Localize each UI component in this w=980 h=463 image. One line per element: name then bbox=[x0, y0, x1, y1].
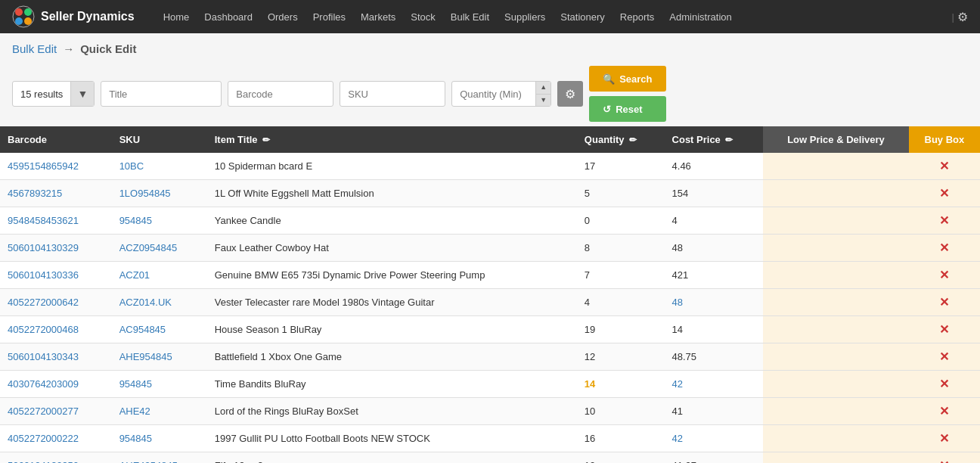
sku-link[interactable]: 10BC bbox=[119, 160, 144, 172]
barcode-link[interactable]: 4567893215 bbox=[8, 188, 62, 199]
brand: Seller Dynamics bbox=[12, 5, 135, 28]
sku-link[interactable]: ACZ01 bbox=[119, 269, 150, 281]
cell-quantity: 14 bbox=[577, 371, 665, 398]
barcode-link[interactable]: 4595154865942 bbox=[8, 160, 79, 172]
nav-link-profiles[interactable]: Profiles bbox=[307, 8, 352, 26]
barcode-link[interactable]: 4030764203009 bbox=[8, 378, 79, 390]
nav-link-bulk-edit[interactable]: Bulk Edit bbox=[445, 8, 495, 26]
cell-cost-price: 48 bbox=[665, 235, 764, 262]
sku-link[interactable]: 1LO954845 bbox=[119, 188, 171, 199]
qty-arrows: ▲ ▼ bbox=[535, 82, 550, 106]
nav-divider: | bbox=[952, 11, 954, 23]
cell-buy-box: ✕ bbox=[909, 425, 980, 452]
barcode-link[interactable]: 9548458453621 bbox=[8, 215, 79, 226]
buy-box-x-icon[interactable]: ✕ bbox=[939, 405, 949, 418]
cost-price-value: 14 bbox=[672, 324, 683, 335]
title-input[interactable] bbox=[101, 81, 222, 107]
reset-button[interactable]: ↺ Reset bbox=[589, 96, 665, 122]
svg-point-3 bbox=[15, 17, 23, 25]
buy-box-x-icon[interactable]: ✕ bbox=[939, 296, 949, 309]
cell-cost-price: 421 bbox=[665, 262, 764, 289]
barcode-link[interactable]: 5060104130336 bbox=[8, 269, 79, 281]
cell-barcode: 4052272000277 bbox=[0, 398, 112, 425]
cell-low-price-delivery bbox=[763, 180, 908, 207]
sku-link[interactable]: 954845 bbox=[119, 215, 152, 226]
filter-gear-btn[interactable]: ⚙ bbox=[557, 81, 583, 107]
gear-icon[interactable]: ⚙ bbox=[957, 10, 968, 24]
cell-barcode: 4052272000222 bbox=[0, 425, 112, 452]
nav-link-home[interactable]: Home bbox=[157, 8, 196, 26]
quantity-value: 7 bbox=[585, 269, 590, 281]
cost-price-value: 42 bbox=[672, 378, 683, 390]
cell-low-price-delivery bbox=[763, 343, 908, 371]
buy-box-x-icon[interactable]: ✕ bbox=[939, 269, 949, 281]
buy-box-x-icon[interactable]: ✕ bbox=[939, 459, 949, 463]
cell-sku: 10BC bbox=[112, 153, 207, 180]
results-dropdown-btn[interactable]: ▼ bbox=[70, 82, 94, 106]
cell-low-price-delivery bbox=[763, 289, 908, 316]
nav-link-reports[interactable]: Reports bbox=[614, 8, 661, 26]
nav-link-administration[interactable]: Administration bbox=[663, 8, 737, 26]
sku-link[interactable]: AHE954845 bbox=[119, 351, 172, 362]
table-wrapper: Barcode SKU Item Title ✏ Quantity ✏ Cost… bbox=[0, 126, 980, 463]
nav-link-dashboard[interactable]: Dashboard bbox=[198, 8, 259, 26]
sku-link[interactable]: AHE42 bbox=[119, 406, 150, 417]
barcode-link[interactable]: 5060104130350 bbox=[8, 460, 79, 463]
quantity-value: 4 bbox=[585, 297, 590, 308]
table-row: 40522720002229548451997 Gullit PU Lotto … bbox=[0, 425, 980, 452]
buy-box-x-icon[interactable]: ✕ bbox=[939, 187, 949, 200]
sku-link[interactable]: AC954845 bbox=[119, 324, 166, 335]
barcode-link[interactable]: 4052272000277 bbox=[8, 406, 79, 417]
barcode-link[interactable]: 4052272000222 bbox=[8, 433, 79, 444]
sku-input[interactable] bbox=[340, 81, 445, 107]
nav-link-suppliers[interactable]: Suppliers bbox=[498, 8, 551, 26]
cost-price-value: 48 bbox=[672, 297, 683, 308]
sku-link[interactable]: AHE4954845 bbox=[119, 460, 178, 463]
barcode-link[interactable]: 4052272000642 bbox=[8, 297, 79, 308]
nav-link-stock[interactable]: Stock bbox=[405, 8, 442, 26]
cell-buy-box: ✕ bbox=[909, 207, 980, 235]
cell-sku: 1LO954845 bbox=[112, 180, 207, 207]
cell-title: 1L Off White Eggshell Matt Emulsion bbox=[207, 180, 577, 207]
barcode-input[interactable] bbox=[228, 81, 333, 107]
cell-sku: 954845 bbox=[112, 207, 207, 235]
buy-box-x-icon[interactable]: ✕ bbox=[939, 378, 949, 390]
sku-link[interactable]: 954845 bbox=[119, 433, 152, 444]
cell-title: Faux Leather Cowboy Hat bbox=[207, 235, 577, 262]
buy-box-x-icon[interactable]: ✕ bbox=[939, 323, 949, 336]
barcode-link[interactable]: 4052272000468 bbox=[8, 324, 79, 335]
cost-price-edit-icon[interactable]: ✏ bbox=[725, 135, 733, 145]
qty-down-btn[interactable]: ▼ bbox=[536, 95, 550, 107]
quantity-value: 8 bbox=[585, 242, 590, 253]
qty-up-btn[interactable]: ▲ bbox=[536, 82, 550, 95]
sku-link[interactable]: ACZ0954845 bbox=[119, 242, 178, 253]
search-button[interactable]: 🔍 Search bbox=[589, 66, 665, 92]
buy-box-x-icon[interactable]: ✕ bbox=[939, 241, 949, 254]
barcode-link[interactable]: 5060104130343 bbox=[8, 351, 79, 362]
nav-link-orders[interactable]: Orders bbox=[262, 8, 304, 26]
item-title-edit-icon[interactable]: ✏ bbox=[262, 135, 270, 145]
quantity-edit-icon[interactable]: ✏ bbox=[629, 135, 637, 145]
sku-link[interactable]: ACZ014.UK bbox=[119, 297, 172, 308]
table-row: 5060104130336ACZ01Genuine BMW E65 735i D… bbox=[0, 262, 980, 289]
breadcrumb-parent[interactable]: Bulk Edit bbox=[12, 42, 57, 55]
cell-buy-box: ✕ bbox=[909, 452, 980, 464]
breadcrumb-current: Quick Edit bbox=[80, 42, 136, 55]
quantity-min-input[interactable] bbox=[452, 89, 535, 100]
breadcrumb: Bulk Edit → Quick Edit bbox=[0, 33, 980, 61]
nav-link-stationery[interactable]: Stationery bbox=[554, 8, 611, 26]
col-low-price-delivery: Low Price & Delivery bbox=[763, 126, 908, 153]
cell-barcode: 5060104130336 bbox=[0, 262, 112, 289]
buy-box-x-icon[interactable]: ✕ bbox=[939, 432, 949, 445]
buy-box-x-icon[interactable]: ✕ bbox=[939, 350, 949, 363]
sku-link[interactable]: 954845 bbox=[119, 378, 152, 390]
buy-box-x-icon[interactable]: ✕ bbox=[939, 160, 949, 172]
cell-low-price-delivery bbox=[763, 371, 908, 398]
barcode-link[interactable]: 5060104130329 bbox=[8, 242, 79, 253]
buy-box-x-icon[interactable]: ✕ bbox=[939, 214, 949, 227]
cost-price-value: 421 bbox=[672, 269, 689, 281]
nav-link-markets[interactable]: Markets bbox=[355, 8, 402, 26]
cell-cost-price: 4.46 bbox=[665, 153, 764, 180]
cell-quantity: 12 bbox=[577, 343, 665, 371]
cell-barcode: 4030764203009 bbox=[0, 371, 112, 398]
